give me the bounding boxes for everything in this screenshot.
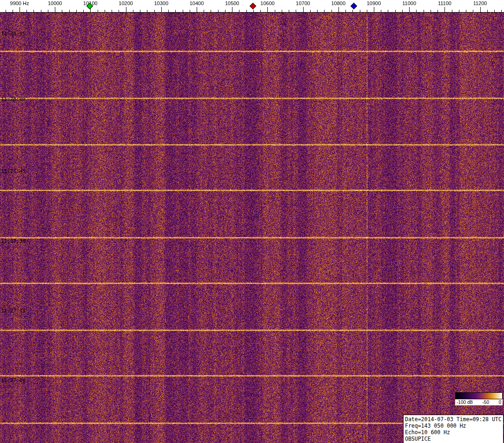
time-tick-label: 11:27:30 [1, 238, 26, 244]
freq-tick-label: 10800 [332, 0, 346, 6]
time-tick-label: 11:28:00 [1, 96, 26, 102]
freq-tick-label: 11000 [402, 0, 416, 6]
info-station-line: OBSUPICE [405, 436, 502, 442]
freq-tick-label: 10900 [367, 0, 381, 6]
freq-tick-label: 10000 [48, 0, 62, 6]
colorbar-gradient [455, 392, 503, 399]
freq-tick-label: 10200 [119, 0, 133, 6]
freq-tick-label: 11100 [438, 0, 451, 6]
colorbar-legend: -100 dB -50 0 [455, 392, 503, 405]
time-tick-label: 11:27:15 [1, 308, 26, 314]
time-tick-label: 11:27:00 [1, 377, 26, 383]
colorbar-labels: -100 dB -50 0 [455, 399, 503, 405]
colorbar-mid-label: -50 [483, 400, 489, 405]
colorbar-min-label: -100 dB [457, 400, 473, 405]
freq-tick-label: 10500 [225, 0, 239, 6]
waterfall-canvas[interactable] [0, 13, 504, 443]
freq-tick-label: 10300 [154, 0, 169, 6]
colorbar-max-label: 0 [498, 400, 501, 405]
frequency-ruler[interactable]: 9900 Hz100001010010200103001040010500106… [0, 0, 504, 13]
freq-tick-label: 10700 [296, 0, 310, 6]
info-date-line: Date=2014-07-03 Time=09:28 UTC [405, 416, 502, 423]
time-tick-label: 11:27:45 [1, 168, 26, 174]
time-tick-label: 11:28:15 [1, 31, 26, 37]
spectrogram-app: 9900 Hz100001010010200103001040010500106… [0, 0, 504, 443]
freq-tick-label: 10400 [190, 0, 204, 6]
freq-tick-label: 11200 [473, 0, 487, 6]
info-echo-line: Echo=10 600 Hz [405, 429, 502, 436]
freq-tick-label: 9900 Hz [10, 0, 29, 6]
freq-tick-label: 10600 [260, 0, 275, 6]
observation-info-box: Date=2014-07-03 Time=09:28 UTC Freq=143 … [403, 415, 504, 443]
info-freq-line: Freq=143 050 000 Hz [405, 423, 502, 429]
